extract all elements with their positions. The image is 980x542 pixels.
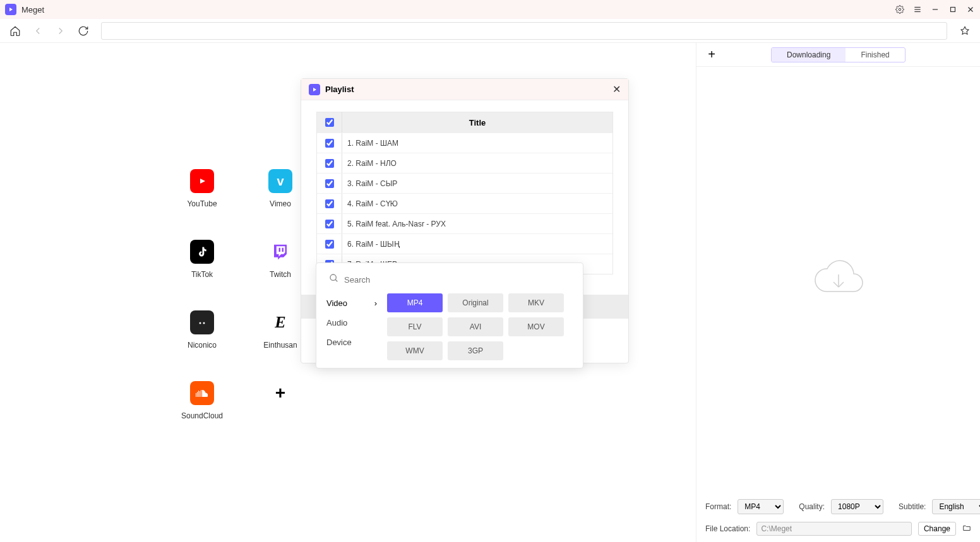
- location-label: File Location:: [705, 524, 750, 533]
- download-tabs: Downloading Finished: [771, 47, 905, 62]
- select-all-checkbox[interactable]: [325, 118, 334, 127]
- minimize-icon[interactable]: [931, 5, 940, 14]
- location-input[interactable]: [756, 522, 912, 536]
- svg-marker-9: [200, 179, 205, 184]
- site-tiktok[interactable]: TikTok: [164, 240, 240, 279]
- format-mov[interactable]: MOV: [508, 317, 564, 336]
- dialog-close-icon[interactable]: ✕: [612, 83, 621, 95]
- format-popup: Video› Audio Device MP4 Original MKV FLV…: [316, 262, 583, 368]
- format-cat-video[interactable]: Video›: [326, 297, 377, 309]
- row-checkbox[interactable]: [325, 240, 334, 249]
- site-label: TikTok: [191, 270, 213, 279]
- chevron-right-icon: ›: [374, 298, 377, 308]
- tiktok-icon: [190, 240, 214, 264]
- change-button[interactable]: Change: [918, 522, 956, 536]
- titlebar: Meget: [0, 0, 980, 19]
- forward-icon[interactable]: [52, 22, 69, 40]
- download-panel: + Downloading Finished Format: MP4 Quali…: [696, 43, 980, 542]
- playlist-row[interactable]: 3. RaiM - СЫР: [317, 173, 612, 193]
- row-title: 6. RaiM - ШЫҢ: [342, 240, 400, 249]
- row-title: 4. RaiM - СҮЮ: [342, 199, 398, 208]
- row-title: 5. RaiM feat. Аль-Nasr - РУХ: [342, 220, 446, 228]
- back-icon[interactable]: [29, 22, 47, 40]
- einthusan-icon: E: [268, 310, 292, 334]
- app-title: Meget: [21, 5, 895, 15]
- url-input[interactable]: [101, 22, 947, 40]
- home-icon[interactable]: [6, 22, 24, 40]
- row-checkbox[interactable]: [325, 220, 334, 228]
- add-site-button[interactable]: +: [242, 381, 318, 420]
- dialog-logo: [309, 84, 320, 95]
- playlist-row[interactable]: 1. RaiM - ШАМ: [317, 133, 612, 153]
- pin-icon[interactable]: [956, 22, 974, 40]
- twitch-icon: [268, 240, 292, 264]
- format-flv[interactable]: FLV: [387, 317, 443, 336]
- site-label: Niconico: [188, 341, 217, 350]
- row-checkbox[interactable]: [325, 139, 334, 148]
- menu-icon[interactable]: [913, 5, 922, 14]
- playlist-row[interactable]: 5. RaiM feat. Аль-Nasr - РУХ: [317, 213, 612, 233]
- title-column-header: Title: [342, 118, 612, 127]
- playlist-row[interactable]: 2. RaiM - НЛО: [317, 153, 612, 173]
- quality-select[interactable]: 1080P: [831, 499, 883, 514]
- svg-point-12: [203, 322, 205, 324]
- site-label: Vimeo: [270, 199, 291, 208]
- subtitle-select[interactable]: English: [932, 499, 980, 514]
- row-checkbox[interactable]: [325, 159, 334, 168]
- add-download-button[interactable]: +: [703, 46, 720, 64]
- svg-marker-13: [313, 88, 316, 91]
- site-label: YouTube: [187, 199, 217, 208]
- svg-point-1: [899, 8, 901, 11]
- row-checkbox[interactable]: [325, 179, 334, 188]
- format-wmv[interactable]: WMV: [387, 341, 443, 360]
- row-title: 3. RaiM - СЫР: [342, 179, 397, 188]
- quality-label: Quality:: [799, 502, 825, 511]
- format-cat-device[interactable]: Device: [326, 336, 377, 348]
- nav-toolbar: [0, 19, 980, 43]
- niconico-icon: [190, 310, 214, 334]
- site-label: Twitch: [270, 270, 291, 279]
- svg-rect-10: [196, 319, 208, 327]
- svg-point-11: [200, 322, 201, 324]
- playlist-row[interactable]: 4. RaiM - СҮЮ: [317, 193, 612, 213]
- format-select[interactable]: MP4: [738, 499, 784, 514]
- maximize-icon[interactable]: [948, 5, 957, 14]
- subtitle-label: Subtitle:: [899, 502, 926, 511]
- row-checkbox[interactable]: [325, 199, 334, 208]
- search-icon: [329, 273, 339, 286]
- svg-line-15: [335, 280, 337, 281]
- format-original[interactable]: Original: [448, 293, 503, 312]
- gear-icon[interactable]: [895, 5, 904, 14]
- refresh-icon[interactable]: [75, 22, 92, 40]
- site-label: Einthusan: [263, 341, 297, 350]
- youtube-icon: [190, 169, 214, 193]
- dialog-title: Playlist: [325, 85, 612, 94]
- format-search-input[interactable]: [344, 275, 570, 285]
- soundcloud-icon: [190, 381, 214, 405]
- plus-icon: +: [268, 381, 292, 405]
- format-mp4[interactable]: MP4: [387, 293, 443, 312]
- svg-point-14: [330, 274, 336, 280]
- svg-rect-6: [951, 8, 955, 12]
- cloud-download-icon: [807, 254, 870, 307]
- site-label: SoundCloud: [181, 411, 223, 420]
- tab-finished[interactable]: Finished: [846, 48, 904, 62]
- app-logo: [5, 4, 16, 15]
- row-title: 1. RaiM - ШАМ: [342, 139, 398, 148]
- tab-downloading[interactable]: Downloading: [772, 48, 846, 62]
- playlist-row[interactable]: 6. RaiM - ШЫҢ: [317, 233, 612, 254]
- row-title: 2. RaiM - НЛО: [342, 159, 397, 168]
- site-youtube[interactable]: YouTube: [164, 169, 240, 208]
- format-cat-audio[interactable]: Audio: [326, 317, 377, 329]
- playlist-table: Title 1. RaiM - ШАМ 2. RaiM - НЛО 3. Rai…: [316, 112, 613, 274]
- folder-icon[interactable]: [962, 524, 971, 534]
- close-icon[interactable]: [966, 5, 975, 14]
- format-3gp[interactable]: 3GP: [448, 341, 503, 360]
- vimeo-icon: v: [268, 169, 292, 193]
- site-soundcloud[interactable]: SoundCloud: [164, 381, 240, 420]
- svg-marker-0: [9, 8, 13, 11]
- site-niconico[interactable]: Niconico: [164, 310, 240, 350]
- format-mkv[interactable]: MKV: [508, 293, 564, 312]
- format-avi[interactable]: AVI: [448, 317, 503, 336]
- format-label: Format:: [705, 502, 731, 511]
